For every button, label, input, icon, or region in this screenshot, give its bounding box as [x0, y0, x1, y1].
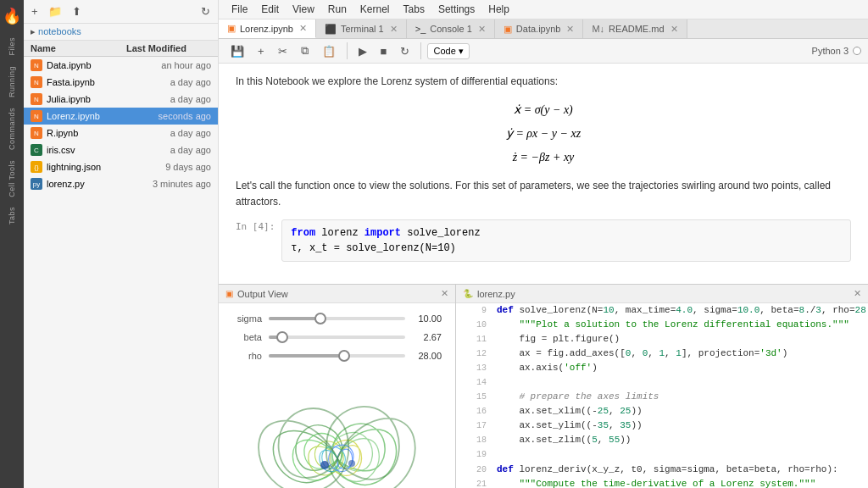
restart-button[interactable]: ↻ [395, 42, 415, 60]
file-item-name: N R.ipynb [31, 127, 126, 139]
file-icon: N [31, 93, 42, 105]
file-name: R.ipynb [47, 128, 78, 138]
tab-label: README.md [609, 24, 664, 34]
code-line: 15 # prepare the axes limits [456, 390, 868, 404]
menu-item-edit[interactable]: Edit [255, 2, 285, 17]
tab-lorenz-nb[interactable]: ▣Lorenz.ipynb✕ [219, 19, 316, 38]
rho-value: 28.00 [412, 351, 442, 361]
file-item[interactable]: N Data.ipynb an hour ago [24, 57, 218, 74]
line-number: 11 [463, 332, 487, 347]
sidebar-item-celltools[interactable]: Cell Tools [8, 155, 16, 202]
rho-label: rho [232, 351, 262, 361]
beta-track[interactable] [269, 336, 405, 339]
file-item-name: py lorenz.py [31, 178, 126, 190]
refresh-button[interactable]: ↻ [198, 3, 213, 19]
add-cell-button[interactable]: + [253, 42, 270, 60]
code-text: def lorenz_deriv(x_y_z, t0, sigma=sigma,… [497, 463, 838, 477]
lorenz-plot [219, 380, 455, 488]
beta-thumb[interactable] [276, 331, 288, 343]
line-number: 10 [463, 318, 487, 332]
file-item[interactable]: N Fasta.ipynb a day ago [24, 74, 218, 91]
new-folder-button[interactable]: 📁 [46, 3, 64, 19]
code-line: 12 ax = fig.add_axes([0, 0, 1, 1], proje… [456, 347, 868, 361]
tab-terminal1[interactable]: ⬛Terminal 1✕ [316, 19, 407, 38]
upload-button[interactable]: ⬆ [70, 3, 84, 19]
tab-bar: ▣Lorenz.ipynb✕⬛Terminal 1✕>_Console 1✕▣D… [219, 19, 868, 39]
file-item[interactable]: {} lightning.json 9 days ago [24, 158, 218, 175]
line-number: 13 [463, 361, 487, 375]
code-line: 21 """Compute the time-derivative of a L… [456, 477, 868, 488]
sidebar-item-tabs[interactable]: Tabs [8, 202, 16, 230]
menu-item-settings[interactable]: Settings [432, 2, 481, 17]
sigma-track[interactable] [269, 317, 405, 320]
equation-2: ẏ = ρx − y − xz [236, 122, 851, 146]
file-modified: seconds ago [126, 111, 211, 121]
breadcrumb-notebooks[interactable]: notebooks [38, 26, 81, 36]
intro-text: In this Notebook we explore the Lorenz s… [236, 74, 851, 90]
menu-item-file[interactable]: File [225, 2, 253, 17]
tab-readme[interactable]: M↓README.md✕ [583, 19, 687, 38]
tab-data-nb[interactable]: ▣Data.ipynb✕ [495, 19, 584, 38]
menu-item-tabs[interactable]: Tabs [398, 2, 431, 17]
file-item[interactable]: py lorenz.py 3 minutes ago [24, 175, 218, 192]
file-name: Julia.ipynb [47, 94, 91, 104]
menu-item-view[interactable]: View [287, 2, 320, 17]
code-line: 17 ax.set_ylim((-35, 35)) [456, 419, 868, 433]
line-number: 16 [463, 404, 487, 419]
new-file-button[interactable]: + [29, 3, 41, 19]
save-button[interactable]: 💾 [225, 42, 249, 60]
tab-close[interactable]: ✕ [299, 23, 307, 34]
file-name: Lorenz.ipynb [47, 111, 100, 121]
rho-track[interactable] [269, 354, 405, 358]
cut-button[interactable]: ✂ [273, 42, 292, 60]
file-item[interactable]: N Julia.ipynb a day ago [24, 91, 218, 108]
tab-close[interactable]: ✕ [670, 24, 678, 35]
notebook-content: In this Notebook we explore the Lorenz s… [219, 64, 868, 284]
lorenz-svg [244, 380, 431, 488]
file-icon: N [31, 110, 42, 122]
file-item-name: N Data.ipynb [31, 59, 126, 71]
cell-type-selector[interactable]: Code ▾ [427, 43, 469, 59]
file-modified: a day ago [126, 128, 211, 138]
menu-item-kernel[interactable]: Kernel [354, 2, 396, 17]
code-line: 16 ax.set_xlim((-25, 25)) [456, 404, 868, 419]
tab-close[interactable]: ✕ [566, 24, 574, 35]
file-icon: py [31, 178, 42, 190]
code-text: ax.set_ylim((-35, 35)) [497, 419, 643, 433]
sidebar-item-files[interactable]: Files [8, 32, 16, 61]
sigma-thumb[interactable] [314, 313, 326, 324]
copy-button[interactable]: ⧉ [296, 42, 314, 60]
rho-fill [269, 354, 344, 358]
tab-close[interactable]: ✕ [478, 24, 486, 35]
paste-button[interactable]: 📋 [317, 42, 341, 60]
file-item[interactable]: C iris.csv a day ago [24, 141, 218, 158]
file-name: iris.csv [47, 145, 75, 155]
menu-item-run[interactable]: Run [322, 2, 353, 17]
middle-text: Let's call the function once to view the… [236, 178, 851, 210]
sliders-area: sigma 10.00 beta 2.67 rho [219, 303, 455, 380]
code-cell-body[interactable]: from lorenz import solve_lorenz τ, x_t =… [281, 219, 851, 262]
code-content[interactable]: 9def solve_lorenz(N=10, max_time=4.0, si… [456, 303, 868, 488]
main-area: FileEditViewRunKernelTabsSettingsHelp ▣L… [219, 0, 868, 488]
file-item-name: N Lorenz.ipynb [31, 110, 126, 122]
file-item[interactable]: N Lorenz.ipynb seconds ago [24, 108, 218, 125]
file-toolbar: + 📁 ⬆ ↻ [24, 0, 218, 24]
sidebar-item-commands[interactable]: Commands [8, 103, 16, 155]
tab-close[interactable]: ✕ [390, 24, 398, 35]
sidebar-item-running[interactable]: Running [8, 61, 16, 103]
tab-label: Terminal 1 [341, 24, 384, 34]
sigma-value: 10.00 [412, 313, 442, 324]
equation-1: ẋ = σ(y − x) [236, 98, 851, 122]
file-item[interactable]: N R.ipynb a day ago [24, 125, 218, 141]
menu-item-help[interactable]: Help [482, 2, 515, 17]
rho-thumb[interactable] [338, 350, 350, 362]
code-panel-close[interactable]: ✕ [854, 288, 861, 299]
equation-3: ż = −βz + xy [236, 146, 851, 169]
readme-tab-icon: M↓ [592, 24, 604, 34]
stop-button[interactable]: ■ [376, 42, 392, 60]
output-panel-close[interactable]: ✕ [441, 288, 448, 299]
tab-console1[interactable]: >_Console 1✕ [407, 19, 495, 38]
run-button[interactable]: ▶ [353, 42, 372, 60]
menu-bar: FileEditViewRunKernelTabsSettingsHelp [219, 0, 868, 19]
file-item-name: N Fasta.ipynb [31, 76, 126, 88]
